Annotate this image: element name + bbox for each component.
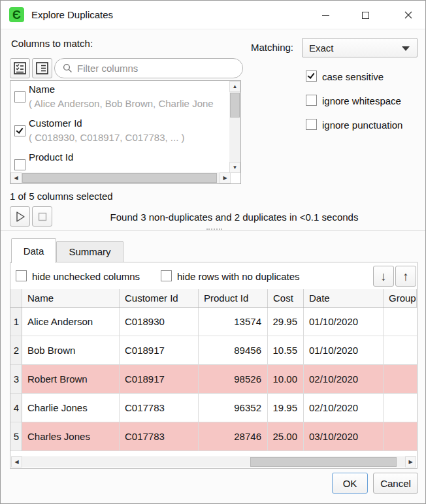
row-number[interactable]: 2 [10, 336, 22, 365]
window-title: Explore Duplicates [31, 9, 113, 20]
table-horizontal-scrollbar[interactable] [11, 456, 416, 467]
ignore-whitespace-checkbox[interactable] [306, 95, 317, 106]
header-name[interactable]: Name [22, 289, 120, 307]
cell-group[interactable] [384, 394, 417, 422]
column-name: Customer Id [29, 118, 82, 129]
cell-date[interactable]: 03/10/2020 [304, 422, 384, 451]
ignore-punctuation-checkbox[interactable] [306, 119, 317, 130]
customer-id-column-checkbox[interactable] [14, 125, 25, 136]
ignore-punctuation-label[interactable]: ignore punctuation [322, 119, 402, 131]
cell-date[interactable]: 02/10/2020 [304, 394, 384, 422]
cell-customer-id[interactable]: C018917 [120, 365, 199, 394]
stop-button[interactable] [32, 206, 52, 227]
product-id-column-checkbox[interactable] [14, 159, 25, 170]
hide-unchecked-columns-checkbox[interactable] [16, 270, 27, 281]
cell-cost[interactable]: 10.55 [268, 336, 304, 365]
hide-rows-no-duplicates-checkbox[interactable] [161, 270, 172, 281]
cell-product-id[interactable]: 96352 [199, 394, 268, 422]
cancel-button[interactable]: Cancel [373, 473, 418, 494]
move-down-button[interactable] [373, 266, 394, 287]
cell-name[interactable]: Alice Anderson [22, 307, 120, 336]
scroll-right-icon[interactable] [405, 456, 416, 467]
cell-cost[interactable]: 19.95 [268, 394, 304, 422]
ok-button[interactable]: OK [332, 473, 368, 494]
table-row-duplicate: 3 Robert Brown C018917 98526 10.00 02/10… [10, 365, 417, 394]
ignore-whitespace-label[interactable]: ignore whitespace [322, 95, 401, 106]
name-column-checkbox[interactable] [14, 91, 25, 102]
row-number[interactable]: 4 [10, 394, 22, 422]
scrollbar-thumb[interactable] [230, 93, 240, 118]
cell-product-id[interactable]: 13574 [199, 307, 268, 336]
list-item-customer-id[interactable]: Customer Id ( C018930, C018917, C017783,… [10, 118, 229, 149]
case-sensitive-checkbox[interactable] [306, 71, 317, 82]
header-cost[interactable]: Cost [268, 289, 304, 307]
splitter-divider[interactable] [1, 230, 426, 231]
row-number[interactable]: 1 [10, 307, 22, 336]
cell-customer-id[interactable]: C018917 [120, 336, 199, 365]
header-date[interactable]: Date [304, 289, 384, 307]
list-horizontal-scrollbar[interactable] [10, 172, 231, 183]
list-item-product-id[interactable]: Product Id [10, 151, 229, 174]
scroll-up-icon[interactable] [229, 81, 240, 92]
table-row: 2 Bob Brown C018917 89456 10.55 01/10/20… [10, 336, 417, 365]
uncheck-all-icon [36, 62, 48, 74]
cell-date[interactable]: 02/10/2020 [304, 365, 384, 394]
scrollbar-thumb[interactable] [22, 173, 217, 183]
minimize-button[interactable] [312, 5, 338, 25]
case-sensitive-label[interactable]: case sensitive [322, 71, 384, 82]
check-all-icon [14, 62, 26, 74]
cell-product-id[interactable]: 89456 [199, 336, 268, 365]
filter-columns-field[interactable] [54, 58, 243, 78]
row-number[interactable]: 3 [10, 365, 22, 394]
cell-cost[interactable]: 25.00 [268, 422, 304, 451]
header-group[interactable]: Group [384, 289, 417, 307]
cell-group[interactable] [384, 307, 417, 336]
tab-summary[interactable]: Summary [56, 241, 123, 262]
scroll-left-icon[interactable] [11, 456, 22, 467]
cell-group[interactable] [384, 336, 417, 365]
filter-columns-input[interactable] [77, 63, 227, 74]
maximize-button[interactable] [352, 5, 378, 25]
cell-customer-id[interactable]: C018930 [120, 307, 199, 336]
matching-label: Matching: [251, 42, 293, 53]
cell-name[interactable]: Bob Brown [22, 336, 120, 365]
close-button[interactable] [395, 5, 421, 25]
hide-rows-no-duplicates-label[interactable]: hide rows with no duplicates [177, 271, 300, 282]
scroll-left-icon[interactable] [10, 172, 22, 183]
cell-name[interactable]: Charles Jones [22, 422, 120, 451]
header-product-id[interactable]: Product Id [199, 289, 268, 307]
move-up-button[interactable] [395, 266, 416, 287]
scroll-right-icon[interactable] [220, 172, 231, 183]
cell-cost[interactable]: 29.95 [268, 307, 304, 336]
cell-customer-id[interactable]: C017783 [120, 422, 199, 451]
cell-name[interactable]: Charlie Jones [22, 394, 120, 422]
cell-group[interactable] [384, 365, 417, 394]
minimize-icon [322, 15, 329, 16]
table-row: 1 Alice Anderson C018930 13574 29.95 01/… [10, 307, 417, 336]
row-number[interactable]: 5 [10, 422, 22, 451]
scroll-down-icon[interactable] [229, 162, 240, 173]
cell-cost[interactable]: 10.00 [268, 365, 304, 394]
scrollbar-thumb[interactable] [250, 457, 397, 467]
uncheck-all-columns-button[interactable] [32, 58, 52, 78]
check-icon [308, 71, 315, 79]
tab-data[interactable]: Data [11, 238, 56, 263]
cell-date[interactable]: 01/10/2020 [304, 307, 384, 336]
search-icon [63, 63, 73, 73]
hide-unchecked-columns-label[interactable]: hide unchecked columns [32, 271, 140, 282]
run-button[interactable] [10, 206, 30, 227]
cell-date[interactable]: 01/10/2020 [304, 336, 384, 365]
cell-customer-id[interactable]: C017783 [120, 394, 199, 422]
splitter-handle-icon[interactable] [206, 228, 222, 230]
cell-group[interactable] [384, 422, 417, 451]
cell-product-id[interactable]: 28746 [199, 422, 268, 451]
columns-list: Name ( Alice Anderson, Bob Brown, Charli… [10, 80, 241, 184]
check-all-columns-button[interactable] [10, 58, 30, 78]
list-vertical-scrollbar[interactable] [229, 81, 240, 173]
header-customer-id[interactable]: Customer Id [120, 289, 199, 307]
cell-name[interactable]: Robert Brown [22, 365, 120, 394]
matching-dropdown[interactable]: Exact [302, 38, 418, 57]
list-item-name[interactable]: Name ( Alice Anderson, Bob Brown, Charli… [10, 84, 229, 115]
cell-product-id[interactable]: 98526 [199, 365, 268, 394]
header-rownum[interactable] [10, 289, 22, 307]
